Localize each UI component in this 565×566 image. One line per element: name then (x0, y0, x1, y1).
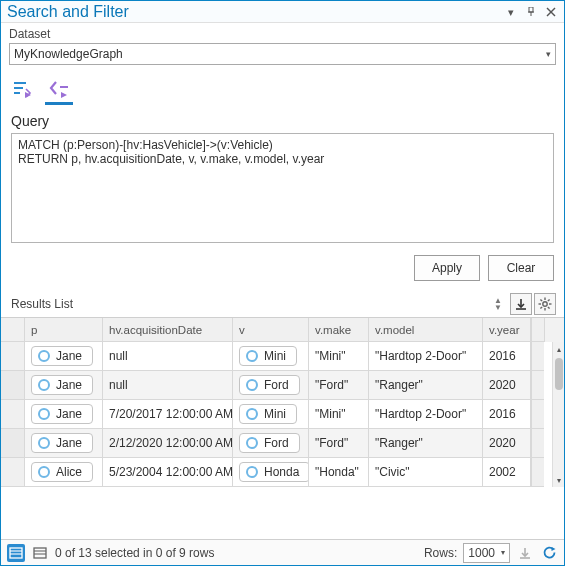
cell-acquisition-date: 7/20/2017 12:00:00 AM (103, 400, 233, 429)
cell-p[interactable]: Jane (25, 429, 103, 458)
chip-label: Jane (56, 349, 82, 363)
query-label: Query (11, 113, 554, 129)
col-year[interactable]: v.year (483, 318, 531, 342)
chip-label: Mini (264, 349, 286, 363)
cell-p[interactable]: Jane (25, 400, 103, 429)
cell-v[interactable]: Ford (233, 371, 309, 400)
refresh-button[interactable] (540, 544, 558, 562)
person-chip[interactable]: Jane (31, 346, 93, 366)
titlebar: Search and Filter ▾ (1, 1, 564, 23)
dataset-value: MyKnowledgeGraph (14, 47, 123, 61)
cell-model: "Ranger" (369, 429, 483, 458)
results-header: Results List ▲▼ (1, 293, 564, 317)
expand-collapse-arrows[interactable]: ▲▼ (494, 297, 502, 311)
cell-v[interactable]: Mini (233, 400, 309, 429)
vehicle-chip[interactable]: Ford (239, 375, 300, 395)
cell-model: "Ranger" (369, 371, 483, 400)
cell-model: "Civic" (369, 458, 483, 487)
entity-dot-icon (246, 408, 258, 420)
vehicle-chip[interactable]: Honda (239, 462, 309, 482)
dropdown-menu-button[interactable]: ▾ (502, 3, 520, 21)
chip-label: Honda (264, 465, 299, 479)
col-v[interactable]: v (233, 318, 309, 342)
view-all-rows-button[interactable] (7, 544, 25, 562)
chip-label: Ford (264, 378, 289, 392)
rows-select[interactable]: 1000 ▾ (463, 543, 510, 563)
entity-dot-icon (38, 350, 50, 362)
query-textarea[interactable]: MATCH (p:Person)-[hv:HasVehicle]->(v:Veh… (11, 133, 554, 243)
col-acquisition-date[interactable]: hv.acquisitionDate (103, 318, 233, 342)
entity-dot-icon (246, 437, 258, 449)
table-body: JanenullMini"Mini""Hardtop 2-Door"2016Ja… (1, 342, 564, 487)
vehicle-chip[interactable]: Mini (239, 404, 297, 424)
person-chip[interactable]: Jane (31, 404, 93, 424)
table-header-row: p hv.acquisitionDate v v.make v.model v.… (1, 318, 564, 342)
dataset-select[interactable]: MyKnowledgeGraph ▾ (9, 43, 556, 65)
settings-button[interactable] (534, 293, 556, 315)
svg-rect-22 (10, 548, 22, 558)
cell-year: 2016 (483, 342, 531, 371)
scroll-gutter (531, 400, 544, 429)
entity-dot-icon (38, 379, 50, 391)
entity-dot-icon (38, 466, 50, 478)
person-chip[interactable]: Alice (31, 462, 93, 482)
entity-dot-icon (38, 408, 50, 420)
col-model[interactable]: v.model (369, 318, 483, 342)
row-selector[interactable] (1, 342, 25, 371)
gear-icon (538, 297, 552, 311)
rows-outline-icon (33, 547, 47, 559)
download-icon (518, 546, 532, 560)
clear-button[interactable]: Clear (488, 255, 554, 281)
row-selector[interactable] (1, 371, 25, 400)
vertical-scrollbar[interactable]: ▴ ▾ (552, 342, 564, 487)
view-selected-rows-button[interactable] (31, 544, 49, 562)
export-button[interactable] (510, 293, 532, 315)
scroll-down-icon[interactable]: ▾ (553, 473, 564, 487)
vehicle-chip[interactable]: Mini (239, 346, 297, 366)
chip-label: Mini (264, 407, 286, 421)
apply-button[interactable]: Apply (414, 255, 480, 281)
cell-v[interactable]: Ford (233, 429, 309, 458)
chip-label: Ford (264, 436, 289, 450)
row-selector[interactable] (1, 400, 25, 429)
cell-make: "Honda" (309, 458, 369, 487)
scroll-up-icon[interactable]: ▴ (553, 342, 564, 356)
scroll-gutter (531, 342, 544, 371)
cell-v[interactable]: Honda (233, 458, 309, 487)
rows-icon (9, 547, 23, 559)
col-make[interactable]: v.make (309, 318, 369, 342)
download-results-button[interactable] (516, 544, 534, 562)
scroll-gutter (531, 458, 544, 487)
cell-v[interactable]: Mini (233, 342, 309, 371)
vehicle-chip[interactable]: Ford (239, 433, 300, 453)
col-p[interactable]: p (25, 318, 103, 342)
cell-p[interactable]: Alice (25, 458, 103, 487)
autohide-button[interactable] (522, 3, 540, 21)
cell-p[interactable]: Jane (25, 371, 103, 400)
cell-year: 2016 (483, 400, 531, 429)
person-chip[interactable]: Jane (31, 375, 93, 395)
svg-line-18 (540, 299, 542, 301)
query-mode-tabs (1, 69, 564, 103)
entity-dot-icon (38, 437, 50, 449)
cell-make: "Mini" (309, 342, 369, 371)
query-button-row: Apply Clear (1, 243, 564, 291)
chevron-down-icon: ▾ (501, 548, 505, 557)
svg-line-19 (548, 307, 550, 309)
statusbar: 0 of 13 selected in 0 of 9 rows Rows: 10… (1, 539, 564, 565)
close-button[interactable] (542, 3, 560, 21)
cell-p[interactable]: Jane (25, 342, 103, 371)
row-selector[interactable] (1, 458, 25, 487)
cell-make: "Ford" (309, 429, 369, 458)
chip-label: Alice (56, 465, 82, 479)
download-icon (514, 297, 528, 311)
tab-visual-search[interactable] (11, 75, 35, 103)
row-selector[interactable] (1, 429, 25, 458)
svg-line-20 (548, 299, 550, 301)
panel-title: Search and Filter (7, 3, 500, 21)
search-and-filter-window: Search and Filter ▾ Dataset MyKnowledgeG… (0, 0, 565, 566)
tab-query-text[interactable] (47, 75, 71, 103)
rows-label: Rows: (424, 546, 457, 560)
scroll-thumb[interactable] (555, 358, 563, 390)
person-chip[interactable]: Jane (31, 433, 93, 453)
